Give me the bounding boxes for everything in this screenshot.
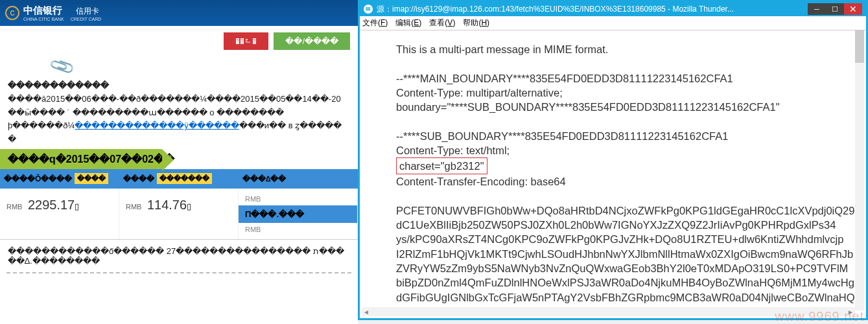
source-line: dC1UeXBlIiBjb250ZW50PSJ0ZXh0L2h0bWw7IGNo… bbox=[396, 218, 830, 232]
source-line: This is a multi-part message in MIME for… bbox=[396, 42, 830, 56]
amount-value: 114.76 bbox=[147, 198, 187, 212]
source-line: --****MAIN_BOUNDARY****835E54FD0EDD3D811… bbox=[396, 71, 830, 86]
source-line: Content-Transfer-Encoding: base64 bbox=[396, 174, 830, 189]
garbled-line: ������������ bbox=[8, 79, 350, 93]
thunderbird-source-window: ✉ 源：imap://isy6129@imap.126.com:143/fetc… bbox=[358, 0, 868, 320]
value-cell-1: RMB 2295.17▯ bbox=[0, 189, 119, 239]
garbled-line: ��ӹ���� ˙ ���������ɯ������ o �������� bbox=[8, 106, 350, 120]
source-line: biBpZD0nZml4QmFuZDlnlHNOeWxlPSJ3aWR0aDo4… bbox=[396, 275, 830, 290]
menu-bar: 文件(F) 编辑(E) 查看(V) 帮助(H) bbox=[360, 16, 866, 30]
minimize-button[interactable]: ─ bbox=[808, 3, 826, 15]
card-label: 信用卡 bbox=[76, 6, 99, 16]
col-label: ���� bbox=[123, 174, 154, 183]
garbled-text-block: ������������ ����ā2015��06���-��ð�������… bbox=[0, 76, 358, 149]
green-button[interactable]: ��/���� bbox=[274, 32, 350, 50]
green-date-banner: ����q�2015��07��02�� bbox=[0, 149, 162, 169]
currency-label: RMB bbox=[6, 203, 22, 211]
title-bar[interactable]: ✉ 源：imap://isy6129@imap.126.com:143/fetc… bbox=[360, 2, 866, 16]
source-line: Content-Type: text/html; bbox=[396, 143, 830, 157]
menu-edit[interactable]: 编辑(E) bbox=[395, 17, 421, 29]
bank-statement-panel: C 中信银行 CHINA CITIC BANK 信用卡 CREDIT CARD … bbox=[0, 0, 358, 324]
garbled-line: ����ā2015��06���-��ð�������¼����2015��05… bbox=[8, 93, 350, 106]
value-cell-2: RMB 114.76▯ bbox=[119, 189, 239, 239]
yellow-tag: ������� bbox=[157, 173, 212, 184]
garbled-text: þ������ð¼ bbox=[8, 121, 75, 130]
col-header-1: ����Ŏ���� ���� bbox=[0, 169, 119, 189]
scroll-left-icon[interactable]: ◄ bbox=[362, 307, 371, 316]
source-line: boundary="****SUB_BOUNDARY****835E54FD0E… bbox=[396, 100, 830, 114]
source-line: PCFET0NUWVBFIGh0bWw+DQo8aHRtbD4NCjxoZWFk… bbox=[396, 203, 830, 218]
charset-highlight: charset="gb2312" bbox=[396, 157, 487, 174]
source-line: Content-Type: multipart/alternative; bbox=[396, 86, 830, 100]
col-header-2: ���� ������� bbox=[119, 169, 239, 189]
col-header-3: ���∆�� bbox=[239, 169, 358, 189]
menu-view[interactable]: 查看(V) bbox=[429, 17, 455, 29]
card-label-en: CREDIT CARD bbox=[71, 17, 102, 21]
title-url: imap://isy6129@imap.126.com:143/fetch%3E… bbox=[392, 5, 734, 14]
footer-garbled: ������������ő������ ת ����������������27… bbox=[0, 239, 358, 272]
source-line: I2RlZmF1bHQjVk1MKTt9Cjwh‍L‍SOudHJhbnNwYX… bbox=[396, 247, 830, 261]
blue-strip: Π���.��� bbox=[239, 205, 357, 223]
bank-logo: C 中信银行 CHINA CITIC BANK 信用卡 CREDIT CARD bbox=[5, 5, 101, 21]
source-line: dGFibGUgIGNlbGxTcGFjaW5nPTAgY2VsbFBhZGRp… bbox=[396, 290, 830, 305]
app-icon: ✉ bbox=[364, 5, 373, 14]
logo-icon: C bbox=[5, 6, 19, 20]
currency-label: RMB bbox=[245, 195, 351, 203]
garbled-line: þ������ð¼�������������ÿ���������и�� в ȥ�… bbox=[8, 119, 350, 146]
dotted-divider bbox=[6, 272, 351, 273]
watermark: www.9969.net bbox=[775, 309, 864, 324]
paperclip-icon: 📎 bbox=[48, 52, 76, 80]
close-button[interactable]: ✕ bbox=[844, 3, 862, 15]
window-title: 源：imap://isy6129@imap.126.com:143/fetch%… bbox=[377, 4, 808, 15]
source-line: ys/kPC90aXRsZT4NCg0KPC9oZWFkPg0KPGJvZHk+… bbox=[396, 232, 830, 246]
menu-file[interactable]: 文件(F) bbox=[362, 17, 388, 29]
menu-help[interactable]: 帮助(H) bbox=[463, 17, 489, 29]
col-label: ����Ŏ���� bbox=[4, 174, 72, 183]
values-row: RMB 2295.17▯ RMB 114.76▯ RMB Π���.��� RM… bbox=[0, 189, 358, 239]
value-cell-3: RMB Π���.��� RMB bbox=[239, 189, 358, 239]
action-buttons: ��ఒ� ��/���� bbox=[0, 26, 358, 56]
bank-name-en: CHINA CITIC BANK bbox=[23, 17, 64, 21]
columns-header: ����Ŏ���� ���� ���� ������� ���∆�� bbox=[0, 169, 358, 189]
yellow-tag: ���� bbox=[75, 173, 108, 184]
window-controls: ─ ☐ ✕ bbox=[808, 3, 862, 15]
amount-value: 2295.17 bbox=[28, 198, 75, 212]
bank-header: C 中信银行 CHINA CITIC BANK 信用卡 CREDIT CARD bbox=[0, 0, 358, 26]
source-line: --****SUB_BOUNDARY****835E54FD0EDD3D8111… bbox=[396, 129, 830, 143]
email-source-text[interactable]: This is a multi-part message in MIME for… bbox=[360, 30, 866, 314]
title-prefix: 源： bbox=[377, 5, 392, 14]
source-line: ZVRyYW5zZm9ybS5NaWNyb3NvZnQuQWxwaGEob3Bh… bbox=[396, 261, 830, 275]
currency-label: RMB bbox=[245, 226, 351, 233]
garbled-link[interactable]: �������������ÿ������ bbox=[75, 121, 239, 130]
scroll-thumb[interactable] bbox=[855, 30, 864, 63]
bank-name-cn: 中信银行 bbox=[23, 5, 62, 16]
source-line: charset="gb2312" bbox=[396, 157, 830, 174]
currency-label: RMB bbox=[126, 203, 141, 211]
maximize-button[interactable]: ☐ bbox=[826, 3, 844, 15]
vertical-scrollbar[interactable] bbox=[855, 30, 864, 310]
red-button[interactable]: ��ఒ� bbox=[224, 32, 268, 50]
